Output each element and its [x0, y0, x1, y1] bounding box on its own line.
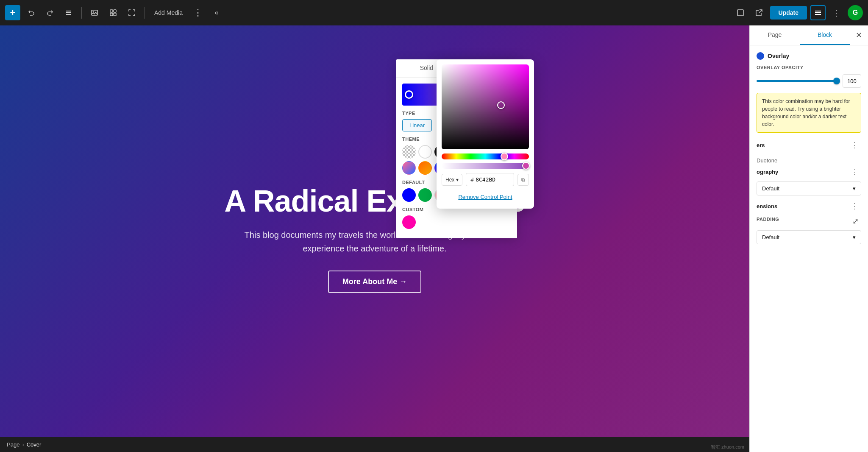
svg-rect-0: [66, 11, 71, 11]
padding-chevron-icon: ▾: [853, 234, 856, 240]
hue-slider[interactable]: [442, 153, 529, 159]
padding-section: PADDING ⤢ Default ▾: [757, 216, 861, 244]
media-button[interactable]: [87, 5, 102, 20]
custom-swatch-grid: [402, 215, 511, 229]
picker-opacity-bar: [442, 163, 529, 169]
view-button[interactable]: [733, 5, 748, 20]
divider-2: [145, 7, 145, 19]
hex-label-select[interactable]: Hex ▾: [442, 174, 462, 186]
hue-thumb[interactable]: [501, 153, 508, 160]
remove-control-point-button[interactable]: Remove Control Point: [442, 190, 529, 204]
hex-hash: #: [470, 176, 474, 183]
user-avatar[interactable]: G: [848, 5, 863, 20]
toolbar-more-button[interactable]: ⋮: [829, 5, 844, 20]
duotone-item[interactable]: Duotone: [757, 155, 861, 166]
panel-content: Overlay OVERLAY OPACITY 100 This color c…: [750, 45, 868, 452]
swatch-orange[interactable]: [418, 161, 432, 175]
padding-resize-button[interactable]: ⤢: [850, 216, 861, 227]
padding-dropdown-value: Default: [762, 234, 779, 240]
fullscreen-button[interactable]: [124, 5, 139, 20]
breadcrumb-page[interactable]: Page: [7, 441, 19, 448]
svg-rect-11: [815, 11, 821, 11]
add-media-label[interactable]: Add Media: [150, 7, 187, 19]
undo-button[interactable]: [24, 5, 39, 20]
opacity-section-label: OVERLAY OPACITY: [757, 65, 861, 70]
filters-menu-button[interactable]: ⋮: [849, 140, 861, 151]
color-saturation-area[interactable]: [442, 64, 529, 149]
padding-dropdown[interactable]: Default ▾: [757, 230, 861, 244]
picker-opacity-thumb[interactable]: [522, 162, 530, 170]
dimensions-title: ensions: [757, 203, 777, 209]
svg-rect-3: [92, 10, 97, 15]
hex-label-text: Hex: [445, 177, 454, 183]
opacity-thumb[interactable]: [833, 78, 840, 84]
swatch-green-default[interactable]: [418, 188, 432, 202]
color-picker-popup: Hex ▾ # ⧉ Remove Control Point: [437, 59, 534, 209]
breadcrumb-cover[interactable]: Cover: [27, 441, 42, 448]
saturation-cursor[interactable]: [497, 101, 505, 109]
panel-tabs: Page Block ✕: [750, 25, 868, 45]
typography-dropdown[interactable]: Default ▾: [757, 181, 861, 195]
filters-section-row: ers ⋮: [757, 140, 861, 151]
overlay-text: Overlay: [768, 53, 789, 59]
tab-block[interactable]: Block: [800, 25, 850, 45]
opacity-row: 100: [757, 74, 861, 88]
dimensions-menu-button[interactable]: ⋮: [849, 201, 861, 212]
custom-swatches: CUSTOM: [402, 207, 511, 229]
typography-dropdown-value: Default: [762, 185, 779, 192]
cover-block[interactable]: A Radical Experience This blog documents…: [0, 25, 749, 452]
more-options-button[interactable]: ⋮: [190, 5, 206, 20]
block-patterns-button[interactable]: [106, 5, 121, 20]
svg-line-10: [759, 10, 762, 13]
canvas-area: A Radical Experience This blog documents…: [0, 25, 749, 452]
dimensions-section-row: ensions ⋮: [757, 201, 861, 212]
padding-label: PADDING: [757, 217, 779, 222]
hex-dropdown-icon: ▾: [456, 177, 459, 183]
swatch-custom-magenta[interactable]: [402, 215, 416, 229]
swatch-pink-blue[interactable]: [402, 161, 416, 175]
overlay-color-dot[interactable]: [757, 52, 764, 60]
right-panel: Page Block ✕ Overlay OVERLAY OPACITY: [749, 25, 868, 452]
svg-rect-7: [110, 13, 113, 16]
warning-box: This color combination may be hard for p…: [757, 93, 861, 133]
svg-rect-5: [110, 10, 113, 12]
opacity-value[interactable]: 100: [843, 74, 861, 88]
hex-copy-button[interactable]: ⧉: [517, 174, 529, 186]
swatch-white[interactable]: [418, 145, 432, 159]
update-button[interactable]: Update: [770, 6, 807, 20]
linear-type-button[interactable]: Linear: [402, 119, 432, 131]
gradient-cp-left[interactable]: [405, 90, 413, 99]
breadcrumb-bar: Page › Cover: [0, 437, 749, 452]
preview-button[interactable]: [751, 5, 767, 20]
hex-row: Hex ▾ # ⧉: [442, 173, 529, 186]
svg-rect-12: [815, 12, 821, 13]
panel-close-button[interactable]: ✕: [850, 25, 868, 45]
picker-body: Hex ▾ # ⧉ Remove Control Point: [437, 59, 534, 209]
svg-rect-2: [66, 14, 71, 15]
watermark: 智汇 zhuon.com: [711, 444, 744, 450]
svg-rect-6: [114, 10, 116, 12]
typography-title: ography: [757, 169, 778, 175]
opacity-slider-container[interactable]: [757, 80, 839, 82]
hex-input-box: #: [466, 173, 514, 186]
swatch-blue-default[interactable]: [402, 188, 416, 202]
divider-1: [81, 7, 82, 19]
settings-button[interactable]: [810, 5, 826, 20]
svg-rect-1: [66, 12, 71, 13]
svg-rect-13: [815, 14, 821, 15]
collapse-button[interactable]: «: [209, 5, 224, 20]
cover-more-button[interactable]: More About Me →: [328, 271, 421, 293]
redo-button[interactable]: [42, 5, 58, 20]
filters-title: ers: [757, 142, 765, 148]
list-view-button[interactable]: [61, 5, 76, 20]
typography-menu-button[interactable]: ⋮: [849, 166, 861, 177]
opacity-fill: [757, 80, 839, 82]
chevron-down-icon: ▾: [853, 185, 856, 192]
breadcrumb-sep: ›: [22, 441, 24, 448]
tab-page[interactable]: Page: [750, 25, 800, 45]
svg-rect-9: [737, 10, 743, 16]
swatch-checkerboard[interactable]: [402, 145, 416, 159]
add-block-button[interactable]: +: [5, 5, 20, 20]
hex-value-input[interactable]: [476, 176, 509, 183]
picker-opacity-container[interactable]: [442, 163, 529, 169]
